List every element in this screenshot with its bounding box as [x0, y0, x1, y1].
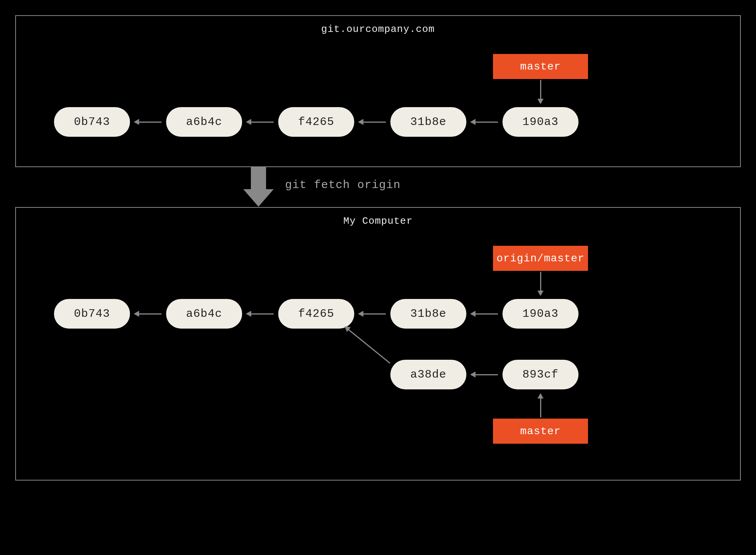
arrow-commit-icon: [471, 122, 498, 123]
remote-commit: 31b8e: [390, 107, 466, 137]
local-commit: 31b8e: [390, 299, 466, 329]
local-commit: 190a3: [502, 299, 578, 329]
remote-commit: a6b4c: [166, 107, 242, 137]
arrow-commit-icon: [471, 313, 498, 315]
arrow-commit-icon: [135, 122, 162, 123]
arrow-diagonal-commit-icon: [345, 326, 390, 364]
remote-commit: 0b743: [54, 107, 130, 137]
arrow-commit-icon: [247, 313, 274, 315]
origin-master-label: origin/master: [493, 246, 588, 271]
local-panel-title: My Computer: [16, 208, 740, 231]
arrow-commit-icon: [135, 313, 162, 315]
local-commit: 0b743: [54, 299, 130, 329]
local-commit: f4265: [278, 299, 354, 329]
remote-master-label: master: [493, 54, 588, 79]
arrow-commit-icon: [471, 374, 498, 375]
arrow-commit-icon: [359, 313, 386, 315]
remote-commit: 190a3: [502, 107, 578, 137]
remote-panel-title: git.ourcompany.com: [16, 16, 740, 39]
arrow-origin-master-to-commit-icon: [540, 272, 541, 295]
fetch-command-label: git fetch origin: [285, 179, 401, 191]
arrow-commit-icon: [359, 122, 386, 123]
local-commit: a6b4c: [166, 299, 242, 329]
arrow-master-up-to-commit-icon: [540, 394, 541, 417]
remote-commit: f4265: [278, 107, 354, 137]
arrow-commit-icon: [247, 122, 274, 123]
arrow-master-to-commit-icon: [540, 80, 541, 103]
git-fetch-diagram: git.ourcompany.com master 0b743 a6b4c f4…: [15, 15, 741, 540]
big-arrow-down-icon: [251, 166, 274, 207]
local-panel: My Computer origin/master 0b743 a6b4c f4…: [15, 207, 741, 481]
remote-panel: git.ourcompany.com master 0b743 a6b4c f4…: [15, 15, 741, 167]
local-master-label: master: [493, 419, 588, 444]
local-branch-commit: 893cf: [502, 360, 578, 389]
local-branch-commit: a38de: [390, 360, 466, 389]
